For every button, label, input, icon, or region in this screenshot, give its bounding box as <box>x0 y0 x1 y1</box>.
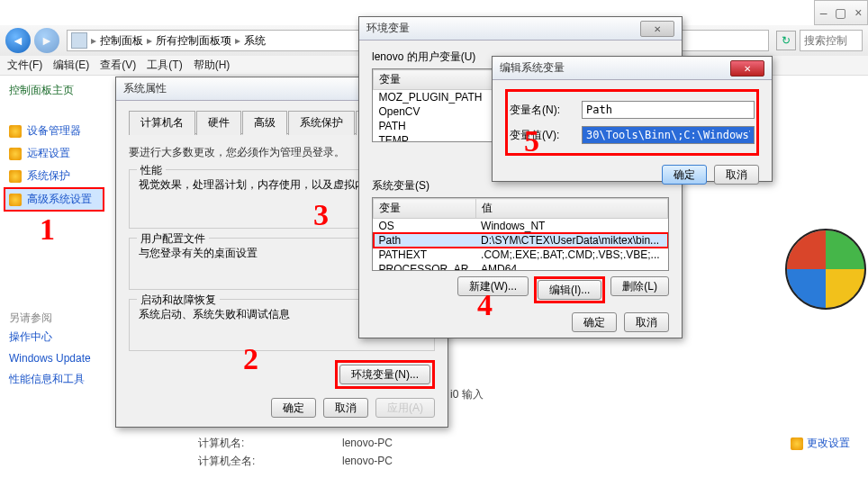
sys-delete-button[interactable]: 删除(L) <box>610 276 669 296</box>
sys-vars-table[interactable]: 变量值 OSWindows_NT PathD:\SYM\CTEX\UserDat… <box>372 197 669 271</box>
sidebar-item-device-manager[interactable]: 设备管理器 <box>9 120 99 142</box>
tab-hardware[interactable]: 硬件 <box>196 111 241 135</box>
menu-edit[interactable]: 编辑(E) <box>53 58 89 73</box>
table-row-path[interactable]: PathD:\SYM\CTEX\UserData\miktex\bin... <box>374 233 668 248</box>
sysprops-apply-button: 应用(A) <box>375 398 435 418</box>
change-settings-link[interactable]: 更改设置 <box>791 436 850 451</box>
io-hint: i0 输入 <box>450 387 484 402</box>
close-icon[interactable]: × <box>850 1 867 24</box>
edit-title: 编辑系统变量 <box>500 60 565 76</box>
var-value-label: 变量值(V): <box>510 128 574 143</box>
sidebar-item-protection[interactable]: 系统保护 <box>9 165 99 187</box>
var-name-label: 变量名(N): <box>510 103 574 118</box>
minimize-icon[interactable]: – <box>815 1 832 24</box>
back-button[interactable]: ◄ <box>5 28 31 53</box>
full-name: lenovo-PC <box>342 455 393 467</box>
breadcrumb-leaf[interactable]: 系统 <box>244 33 266 49</box>
menu-file[interactable]: 文件(F) <box>7 58 42 73</box>
computer-name: lenovo-PC <box>342 437 393 449</box>
window-controls: – ▢ × <box>814 0 868 25</box>
sysprops-title: 系统属性 <box>123 81 167 96</box>
sysprops-cancel-button[interactable]: 取消 <box>323 398 368 418</box>
search-input[interactable] <box>800 30 863 51</box>
breadcrumb-root[interactable]: 控制面板 <box>100 33 143 49</box>
computer-info: 计算机名:lenovo-PC 计算机全名:lenovo-PC <box>198 436 393 472</box>
edit-cancel-button[interactable]: 取消 <box>714 165 759 185</box>
edit-titlebar[interactable]: 编辑系统变量 ✕ <box>493 57 772 80</box>
breadcrumb-mid[interactable]: 所有控制面板项 <box>156 33 231 49</box>
menu-tools[interactable]: 工具(T) <box>147 58 182 73</box>
tab-computer-name[interactable]: 计算机名 <box>129 111 195 135</box>
shield-icon <box>9 194 22 206</box>
menu-view[interactable]: 查看(V) <box>100 58 136 73</box>
tab-protection[interactable]: 系统保护 <box>288 111 355 135</box>
seealso-performance[interactable]: 性能信息和工具 <box>9 368 99 391</box>
sidebar-item-remote[interactable]: 远程设置 <box>9 142 99 165</box>
col-var[interactable]: 变量 <box>374 199 476 219</box>
var-value-input[interactable] <box>582 126 755 144</box>
edit-close-icon[interactable]: ✕ <box>730 60 764 77</box>
table-row[interactable]: PROCESSOR_ARAMD64 <box>374 262 668 271</box>
maximize-icon[interactable]: ▢ <box>832 1 849 24</box>
performance-title: 性能 <box>137 163 166 178</box>
sys-new-button[interactable]: 新建(W)... <box>457 276 529 296</box>
edit-fields-highlight: 变量名(N): 变量值(V): <box>505 89 759 156</box>
edit-btn-highlight: 编辑(I)... <box>534 276 605 303</box>
seealso-title: 另请参阅 <box>9 311 99 326</box>
env-title: 环境变量 <box>366 21 410 36</box>
full-name-label: 计算机全名: <box>198 454 342 469</box>
table-row[interactable]: PATHEXT.COM;.EXE;.BAT;.CMD;.VBS;.VBE;... <box>374 248 668 262</box>
sys-edit-button[interactable]: 编辑(I)... <box>538 280 601 300</box>
environment-variables-button[interactable]: 环境变量(N)... <box>339 365 430 384</box>
startup-title: 启动和故障恢复 <box>137 293 220 308</box>
forward-button[interactable]: ► <box>34 28 59 53</box>
edit-ok-button[interactable]: 确定 <box>662 165 707 185</box>
sysprops-ok-button[interactable]: 确定 <box>271 398 316 418</box>
shield-icon <box>9 170 22 183</box>
refresh-button[interactable]: ↻ <box>776 31 796 50</box>
sidebar-item-advanced[interactable]: 高级系统设置 <box>4 187 104 212</box>
env-titlebar[interactable]: 环境变量 ✕ <box>359 17 682 41</box>
computer-name-label: 计算机名: <box>198 436 342 451</box>
shield-icon <box>9 148 22 160</box>
profile-title: 用户配置文件 <box>137 231 209 247</box>
tab-advanced[interactable]: 高级 <box>242 111 287 135</box>
edit-variable-dialog: 编辑系统变量 ✕ 变量名(N): 变量值(V): 确定 取消 <box>492 56 773 182</box>
shield-icon <box>791 437 803 450</box>
table-row[interactable]: OSWindows_NT <box>374 219 668 234</box>
sidebar-title[interactable]: 控制面板主页 <box>9 83 99 98</box>
seealso-action-center[interactable]: 操作中心 <box>9 326 99 348</box>
menu-help[interactable]: 帮助(H) <box>194 58 231 73</box>
sidebar: 控制面板主页 设备管理器 远程设置 系统保护 高级系统设置 另请参阅 操作中心 … <box>0 76 108 487</box>
env-close-icon[interactable]: ✕ <box>640 21 674 37</box>
env-cancel-button[interactable]: 取消 <box>624 312 669 332</box>
breadcrumb-icon <box>71 32 87 49</box>
col-val[interactable]: 值 <box>475 199 667 219</box>
windows-logo-icon <box>785 229 866 310</box>
env-btn-highlight: 环境变量(N)... <box>335 360 435 389</box>
seealso-windows-update[interactable]: Windows Update <box>9 348 99 368</box>
var-name-input[interactable] <box>582 101 755 119</box>
shield-icon <box>9 125 22 138</box>
env-ok-button[interactable]: 确定 <box>572 312 617 332</box>
